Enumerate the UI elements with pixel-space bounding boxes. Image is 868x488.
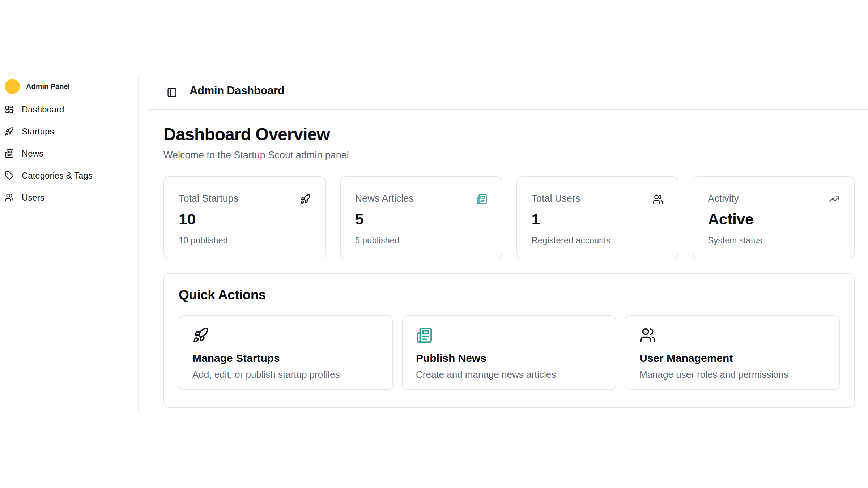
sidebar-item-users[interactable]: Users (5, 187, 138, 209)
users-icon (652, 194, 663, 205)
brand: Admin Panel (5, 76, 138, 97)
users-icon (639, 327, 656, 343)
sidebar-item-label: News (22, 149, 43, 159)
quick-action-title: Manage Startups (192, 352, 379, 364)
page-header-title: Admin Dashboard (190, 84, 284, 97)
stat-value: 1 (532, 210, 664, 228)
quick-actions-title: Quick Actions (179, 287, 840, 303)
stat-card-total-startups: Total Startups 10 10 published (163, 176, 326, 258)
stat-card-total-users: Total Users 1 Registered accounts (516, 176, 679, 258)
quick-action-manage-startups[interactable]: Manage Startups Add, edit, or publish st… (179, 315, 393, 390)
stat-subtext: 10 published (179, 235, 311, 245)
tag-icon (5, 171, 14, 180)
sidebar-item-categories-tags[interactable]: Categories & Tags (5, 164, 138, 187)
stat-label: Total Users (532, 193, 580, 204)
stat-card-activity: Activity Active System status (693, 176, 855, 258)
stats-row: Total Startups 10 10 published News Arti… (163, 176, 855, 258)
users-icon (5, 193, 14, 202)
stat-value: 5 (355, 210, 487, 228)
stat-card-header: Activity (708, 193, 840, 205)
rocket-icon (300, 194, 311, 205)
stat-subtext: Registered accounts (532, 235, 664, 245)
stat-label: Activity (708, 193, 739, 204)
quick-action-description: Add, edit, or publish startup profiles (192, 369, 379, 380)
quick-action-description: Manage user roles and permissions (639, 369, 826, 380)
quick-actions-grid: Manage Startups Add, edit, or publish st… (179, 315, 840, 390)
stat-card-header: Total Startups (179, 193, 311, 205)
newspaper-icon (5, 149, 14, 158)
sidebar-item-label: Users (22, 193, 44, 203)
trending-up-icon (829, 194, 840, 205)
stat-card-news-articles: News Articles 5 5 published (340, 176, 502, 258)
stat-value: Active (708, 210, 840, 228)
quick-actions-panel: Quick Actions Manage Startups Add, edit,… (163, 273, 855, 408)
newspaper-icon (476, 194, 487, 205)
stat-label: Total Startups (179, 193, 238, 204)
admin-dashboard-page: Admin Panel Dashboard Startups News Cate… (0, 0, 868, 488)
quick-action-publish-news[interactable]: Publish News Create and manage news arti… (402, 315, 616, 390)
sidebar-item-label: Categories & Tags (22, 171, 93, 181)
sidebar-toggle-button[interactable] (167, 86, 179, 98)
quick-action-user-management[interactable]: User Management Manage user roles and pe… (626, 315, 840, 390)
layout-dashboard-icon (5, 105, 14, 114)
sidebar-item-label: Startups (22, 127, 54, 137)
newspaper-icon (416, 327, 433, 343)
brand-logo-circle (5, 79, 20, 94)
sidebar-nav: Dashboard Startups News Categories & Tag… (5, 98, 138, 209)
quick-action-title: User Management (639, 352, 826, 364)
stat-card-header: News Articles (355, 193, 487, 205)
stat-value: 10 (179, 210, 311, 228)
rocket-icon (5, 127, 14, 136)
stat-card-header: Total Users (532, 193, 664, 205)
page-title: Dashboard Overview (163, 124, 330, 144)
brand-name: Admin Panel (26, 82, 70, 91)
sidebar-item-news[interactable]: News (5, 142, 138, 164)
header-divider (149, 109, 868, 110)
quick-action-title: Publish News (416, 352, 603, 364)
sidebar-item-startups[interactable]: Startups (5, 120, 138, 142)
page-subtitle: Welcome to the Startup Scout admin panel (163, 150, 349, 161)
stat-subtext: System status (708, 235, 840, 245)
sidebar-item-label: Dashboard (22, 104, 64, 115)
rocket-icon (192, 327, 209, 343)
stat-subtext: 5 published (355, 235, 487, 245)
sidebar-item-dashboard[interactable]: Dashboard (5, 98, 138, 120)
stat-label: News Articles (355, 193, 414, 204)
quick-action-description: Create and manage news articles (416, 369, 603, 380)
panel-left-icon (167, 87, 177, 98)
sidebar: Admin Panel Dashboard Startups News Cate… (0, 76, 139, 412)
